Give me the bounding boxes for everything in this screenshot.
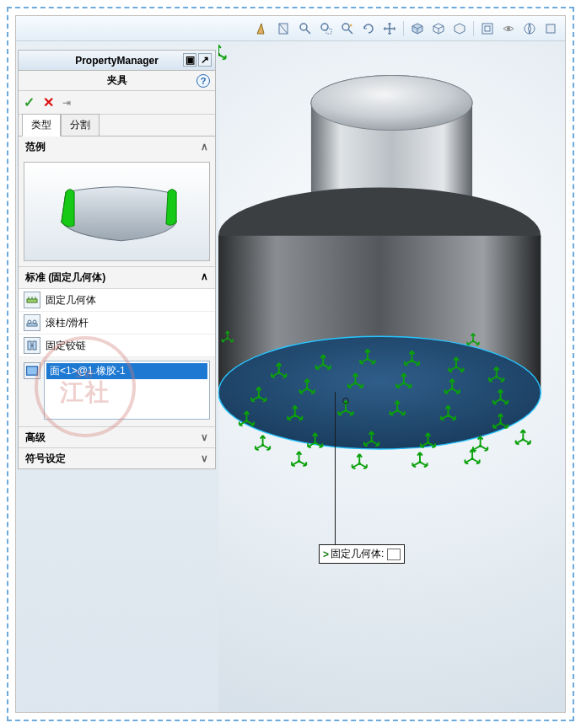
tooltip-label: 固定几何体: <box>331 547 384 561</box>
std-item-label: 滚柱/滑杆 <box>46 316 89 330</box>
chevron-up-icon: ∧ <box>201 270 208 285</box>
svg-point-1 <box>300 24 307 30</box>
svg-point-9 <box>525 24 535 34</box>
svg-rect-16 <box>33 341 36 350</box>
section-example-title: 范例 <box>25 140 46 154</box>
section-standard-title: 标准 (固定几何体) <box>25 270 105 285</box>
svg-rect-15 <box>28 341 31 350</box>
apply-icon[interactable] <box>541 19 560 38</box>
lower-cylinder <box>218 187 541 449</box>
chevron-up-icon: ∧ <box>201 141 208 153</box>
section-symbol-title: 符号设定 <box>25 452 66 466</box>
svg-point-5 <box>350 24 352 26</box>
fixture-glyphs <box>218 45 226 59</box>
section-advanced-header[interactable]: 高级 ∨ <box>19 427 215 447</box>
roller-icon <box>24 314 40 331</box>
pm-header-controls: ▣ ↗ <box>183 53 212 67</box>
visibility-icon[interactable] <box>499 19 518 38</box>
zoom-area-icon[interactable] <box>317 19 336 38</box>
cancel-button[interactable]: ✕ <box>43 94 54 110</box>
toolbar-separator <box>403 21 404 36</box>
scene-icon[interactable] <box>520 19 539 38</box>
chevron-down-icon: ∨ <box>201 431 208 443</box>
watermark-en: SW <box>75 368 94 380</box>
section-advanced: 高级 ∨ <box>19 427 215 448</box>
tab-type[interactable]: 类型 <box>22 114 61 136</box>
svg-point-14 <box>33 320 36 324</box>
section-symbol: 符号设定 ∨ <box>19 448 215 468</box>
watermark-cn: 江社 <box>60 380 110 404</box>
hlr-icon[interactable] <box>450 19 469 38</box>
svg-point-13 <box>28 320 31 324</box>
model-scene <box>218 41 565 712</box>
svg-rect-7 <box>485 26 490 31</box>
fixture-tooltip: > 固定几何体: <box>319 544 405 564</box>
feature-name: 夹具 <box>107 73 127 88</box>
pushpin-icon[interactable]: ⇥ <box>62 97 71 109</box>
graphics-viewport[interactable] <box>218 41 565 712</box>
pm-header: PropertyManager ▣ ↗ <box>19 51 215 71</box>
wireframe-icon[interactable] <box>429 19 448 38</box>
svg-point-17 <box>31 345 33 346</box>
tooltip-input[interactable] <box>387 549 401 560</box>
example-thumbnail <box>24 162 210 261</box>
svg-point-8 <box>507 27 510 30</box>
section-advanced-title: 高级 <box>25 431 46 445</box>
fixed-geometry-icon <box>24 292 40 308</box>
hinge-icon <box>24 337 40 354</box>
std-item-label: 固定几何体 <box>46 293 96 308</box>
zoom-fit-icon[interactable] <box>296 19 315 38</box>
help-icon[interactable]: ? <box>196 74 210 88</box>
chevron-down-icon: ∨ <box>201 452 208 464</box>
std-item-roller[interactable]: 滚柱/滑杆 <box>19 312 215 335</box>
pm-title: PropertyManager <box>75 55 159 67</box>
shaded-icon[interactable] <box>408 19 427 38</box>
ok-button[interactable]: ✓ <box>24 94 35 110</box>
svg-rect-6 <box>482 24 492 34</box>
svg-point-4 <box>342 24 349 30</box>
app-window: PropertyManager ▣ ↗ 夹具 ? ✓ ✕ ⇥ 类型 分割 范例 … <box>15 15 566 713</box>
section-view-icon[interactable] <box>275 19 293 38</box>
pm-pin-icon[interactable]: ▣ <box>183 53 196 67</box>
feature-name-header: 夹具 ? <box>19 71 215 91</box>
selected-bottom-face[interactable] <box>218 336 541 449</box>
svg-point-2 <box>321 24 328 30</box>
std-item-fixed-geometry[interactable]: 固定几何体 <box>19 289 215 312</box>
pm-expand-icon[interactable]: ↗ <box>198 53 212 67</box>
watermark-stamp: SW 江社 <box>35 336 136 437</box>
tooltip-leader-line <box>335 392 336 545</box>
normal-to-icon[interactable] <box>254 19 272 38</box>
section-standard-header[interactable]: 标准 (固定几何体) ∧ <box>19 267 215 289</box>
pan-icon[interactable] <box>380 19 399 38</box>
section-example: 范例 ∧ <box>19 136 215 267</box>
zoom-select-icon[interactable] <box>338 19 357 38</box>
pm-tabs: 类型 分割 <box>19 115 215 136</box>
svg-rect-10 <box>546 24 555 33</box>
tab-split[interactable]: 分割 <box>61 114 100 136</box>
view-toolbar <box>16 16 565 41</box>
section-symbol-header[interactable]: 符号设定 ∨ <box>19 448 215 468</box>
svg-rect-11 <box>27 299 37 302</box>
toolbar-separator <box>473 21 474 36</box>
rotate-icon[interactable] <box>359 19 378 38</box>
svg-rect-12 <box>27 324 37 326</box>
ok-cancel-bar: ✓ ✕ ⇥ <box>19 91 215 115</box>
section-example-header[interactable]: 范例 ∧ <box>19 136 215 157</box>
perspective-icon[interactable] <box>478 19 497 38</box>
svg-point-20 <box>311 76 472 131</box>
svg-point-23 <box>218 53 220 56</box>
tooltip-arrow-glyph: > <box>323 549 329 560</box>
